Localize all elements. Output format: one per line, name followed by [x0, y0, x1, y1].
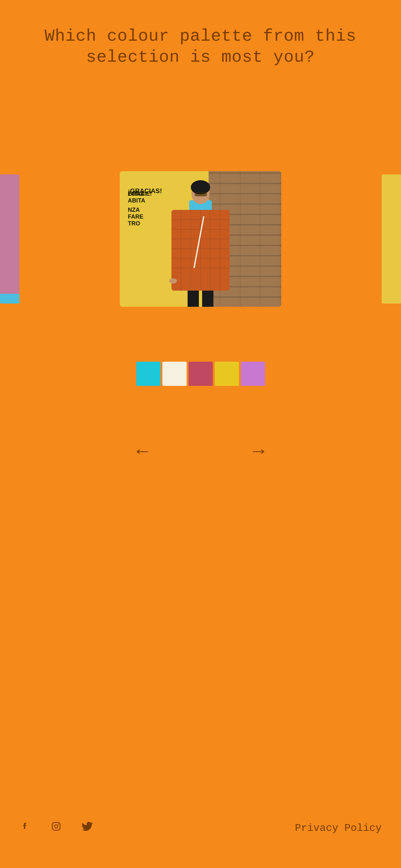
navigation-section: ← →	[0, 438, 401, 463]
color-swatch-cream[interactable]	[162, 362, 187, 386]
carousel-card-main[interactable]: ¡GRACIAS! NZA FARE TRO ZONA ABITA GRAZIE…	[120, 171, 281, 307]
instagram-icon[interactable]	[50, 820, 62, 836]
color-swatch-rose[interactable]	[189, 362, 213, 386]
facebook-icon[interactable]	[19, 820, 31, 836]
svg-rect-18	[188, 290, 199, 307]
svg-point-17	[169, 278, 177, 283]
svg-rect-20	[52, 823, 60, 830]
color-swatch-cyan[interactable]	[136, 362, 160, 386]
svg-rect-19	[202, 290, 213, 307]
svg-point-14	[191, 180, 210, 194]
carousel-container: ¡GRACIAS! NZA FARE TRO ZONA ABITA GRAZIE…	[0, 126, 401, 352]
footer-section: Privacy Policy	[0, 820, 401, 836]
carousel-card-left-bottom	[0, 294, 19, 304]
sign-line-4: GRAZIE!	[128, 190, 152, 197]
color-swatch-purple[interactable]	[241, 362, 265, 386]
privacy-policy-link[interactable]: Privacy Policy	[295, 822, 382, 834]
color-palette-section	[0, 362, 401, 386]
sign-line-2: NZA FARE TRO	[128, 207, 143, 227]
svg-rect-15	[195, 192, 207, 196]
carousel-section: ¡GRACIAS! NZA FARE TRO ZONA ABITA GRAZIE…	[0, 126, 401, 352]
next-button[interactable]: →	[246, 438, 272, 463]
prev-arrow-icon: ←	[133, 439, 152, 462]
question-section: Which colour palette from this selection…	[0, 0, 401, 87]
page-wrapper: Which colour palette from this selection…	[0, 0, 401, 868]
footer-social	[19, 820, 93, 836]
svg-point-21	[55, 825, 58, 828]
carousel-card-left[interactable]	[0, 175, 19, 304]
photo-scene: ¡GRACIAS! NZA FARE TRO ZONA ABITA GRAZIE…	[120, 171, 281, 307]
carousel-card-right[interactable]	[382, 175, 401, 304]
color-swatch-yellow[interactable]	[215, 362, 239, 386]
next-arrow-icon: →	[249, 439, 268, 462]
prev-button[interactable]: ←	[129, 438, 155, 463]
twitter-icon[interactable]	[81, 820, 93, 836]
question-text: Which colour palette from this selection…	[32, 26, 369, 68]
svg-point-22	[58, 824, 59, 825]
